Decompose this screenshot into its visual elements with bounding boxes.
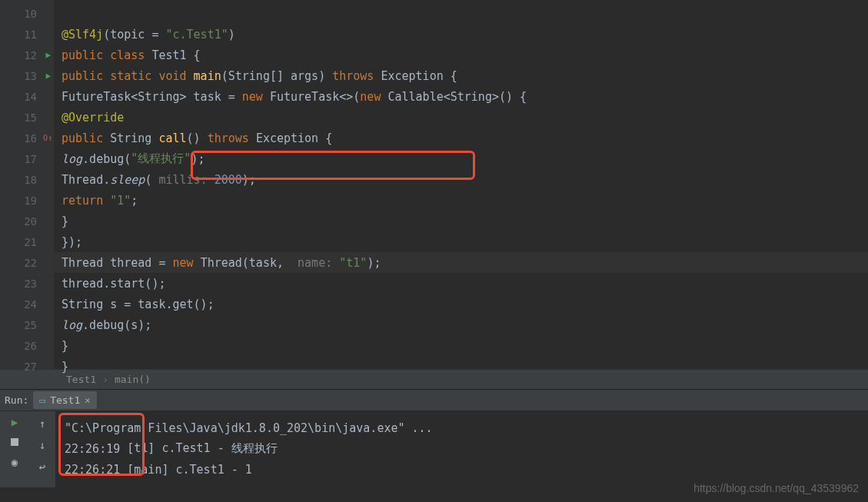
line-number[interactable]: 22 <box>0 252 54 273</box>
line-number[interactable]: 27 <box>0 356 54 377</box>
run-header: Run: ▭ Test1 × <box>0 390 868 411</box>
arrow-up-icon[interactable]: ↑ <box>39 417 45 430</box>
stop-icon[interactable] <box>11 436 18 448</box>
line-number[interactable]: 17 <box>0 148 54 169</box>
line-number[interactable]: 10 <box>0 3 54 24</box>
run-panel: Run: ▭ Test1 × ▶ ◉ ↑ ↓ ↩ "C:\Program Fil… <box>0 389 868 487</box>
line-number[interactable]: 24 <box>0 294 54 314</box>
console-line: 22:26:19 [t1] c.Test1 - 线程执行 <box>65 438 859 459</box>
line-number[interactable]: 14 <box>0 86 54 107</box>
line-number[interactable]: 15 <box>0 107 54 128</box>
console-line: 22:26:21 [main] c.Test1 - 1 <box>65 459 859 480</box>
line-number[interactable]: 19 <box>0 190 54 211</box>
code-editor[interactable]: @Slf4j(topic = "c.Test1") public class T… <box>54 0 868 369</box>
line-number[interactable]: 11 <box>0 24 54 45</box>
line-number[interactable]: 12▶ <box>0 45 54 65</box>
line-number[interactable]: 13▶ <box>0 65 54 86</box>
watermark: https://blog.csdn.net/qq_43539962 <box>693 482 859 494</box>
camera-icon[interactable]: ◉ <box>12 456 18 468</box>
console-line: "C:\Program Files\Java\jdk1.8.0_202\bin\… <box>65 417 859 438</box>
run-toolbar-left: ▶ ◉ <box>0 411 29 487</box>
close-icon[interactable]: × <box>85 395 90 406</box>
editor-area: 10 11 12▶ 13▶ 14 15 16O↑ 17 18 19 20 21 … <box>0 0 868 369</box>
line-number[interactable]: 20 <box>0 211 54 231</box>
soft-wrap-icon[interactable]: ↩ <box>39 460 45 473</box>
line-number[interactable]: 16O↑ <box>0 128 54 148</box>
console-output[interactable]: "C:\Program Files\Java\jdk1.8.0_202\bin\… <box>55 411 868 487</box>
run-tab[interactable]: ▭ Test1 × <box>33 391 96 409</box>
gutter: 10 11 12▶ 13▶ 14 15 16O↑ 17 18 19 20 21 … <box>0 0 54 369</box>
line-number[interactable]: 21 <box>0 231 54 252</box>
run-gutter-icon[interactable]: ▶ <box>45 71 51 81</box>
arrow-down-icon[interactable]: ↓ <box>39 439 45 451</box>
run-gutter-icon[interactable]: ▶ <box>45 50 51 60</box>
override-icon[interactable]: O↑ <box>43 134 52 142</box>
line-number[interactable]: 25 <box>0 314 54 335</box>
run-config-icon: ▭ <box>39 394 45 406</box>
line-number[interactable]: 26 <box>0 335 54 356</box>
rerun-icon[interactable]: ▶ <box>12 416 18 428</box>
line-number[interactable]: 18 <box>0 169 54 190</box>
line-number[interactable]: 23 <box>0 273 54 294</box>
run-label: Run: <box>5 394 28 406</box>
run-toolbar-left2: ↑ ↓ ↩ <box>29 411 55 487</box>
